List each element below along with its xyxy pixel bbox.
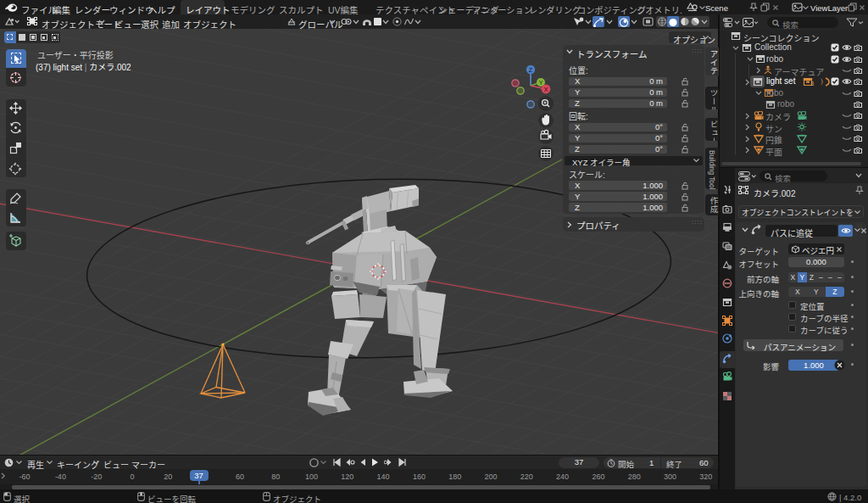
svg-text:Y: Y	[539, 80, 543, 86]
svg-text:X: X	[544, 87, 548, 92]
svg-text:Z: Z	[529, 67, 533, 73]
